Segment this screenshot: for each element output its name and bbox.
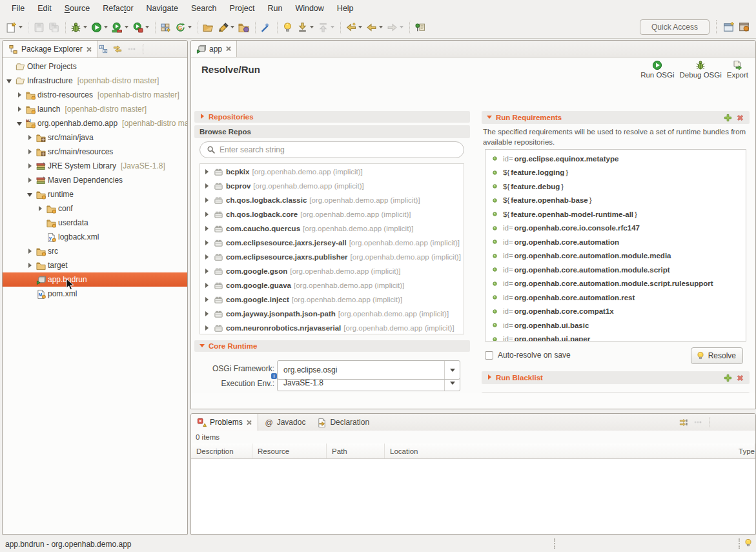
- view-toolbar-button[interactable]: [727, 417, 737, 427]
- bottom-view-tab[interactable]: Javadoc: [258, 414, 312, 431]
- dropdown-arrow-icon[interactable]: [331, 26, 334, 28]
- add-blacklist-icon[interactable]: [724, 374, 732, 382]
- close-icon[interactable]: [86, 46, 92, 52]
- twisty-icon[interactable]: [204, 168, 211, 176]
- menu-item[interactable]: Run: [261, 2, 289, 15]
- twisty-icon[interactable]: [204, 296, 211, 303]
- twisty-icon[interactable]: [37, 233, 45, 241]
- menu-item[interactable]: Help: [331, 2, 360, 15]
- requirement-item[interactable]: id= org.openhab.core.automation.module.m…: [485, 249, 746, 263]
- view-toolbar-button[interactable]: [693, 417, 703, 427]
- form-action-button[interactable]: Run OSGi: [640, 59, 675, 80]
- repo-item[interactable]: ch.qos.logback.core [org.openhab.demo.ap…: [200, 207, 464, 221]
- checkbox[interactable]: [485, 351, 493, 360]
- menu-item[interactable]: Source: [58, 2, 97, 15]
- repo-item[interactable]: bcpkix [org.openhab.demo.app (implicit)]: [200, 165, 464, 179]
- section-core-runtime[interactable]: Core Runtime: [194, 340, 470, 352]
- repo-item[interactable]: com.jayway.jsonpath.json-path [org.openh…: [200, 307, 464, 321]
- toolbar-button[interactable]: [296, 21, 315, 34]
- repo-item[interactable]: com.google.guava [org.openhab.demo.app (…: [200, 278, 464, 292]
- section-expanded-icon[interactable]: [199, 343, 206, 349]
- view-toolbar-button[interactable]: [709, 417, 723, 427]
- table-column-header[interactable]: Type: [733, 444, 755, 458]
- twisty-icon[interactable]: [204, 210, 211, 218]
- toolbar-button[interactable]: [340, 21, 363, 34]
- dropdown-arrow-icon[interactable]: [104, 26, 108, 28]
- tree-item[interactable]: src/main/java: [3, 130, 187, 145]
- bottom-view-tab[interactable]: Problems: [191, 414, 258, 431]
- requirement-item[interactable]: id= org.openhab.core.compat1x: [485, 305, 746, 319]
- osgi-framework-combo[interactable]: org.eclipse.osgi: [277, 360, 460, 380]
- twisty-icon[interactable]: [27, 134, 34, 141]
- dropdown-arrow-icon[interactable]: [125, 26, 128, 28]
- requirement-item[interactable]: ${ feature.logging }: [485, 166, 746, 180]
- tree-item[interactable]: launch [openhab-distro master]: [3, 102, 187, 116]
- requirement-item[interactable]: ${ feature.openhab-base }: [485, 194, 746, 208]
- section-collapsed-icon[interactable]: [199, 114, 206, 120]
- section-run-requirements[interactable]: Run Requirements: [482, 111, 750, 124]
- menu-item[interactable]: File: [5, 2, 31, 15]
- view-toolbar-button[interactable]: [741, 417, 751, 427]
- dropdown-arrow-icon[interactable]: [230, 26, 234, 28]
- section-run-blacklist[interactable]: Run Blacklist: [482, 371, 750, 384]
- repo-item[interactable]: com.eclipsesource.jaxrs.jersey-all [org.…: [200, 236, 464, 250]
- twisty-icon[interactable]: [27, 276, 34, 283]
- repo-item[interactable]: com.neuronrobotics.nrjavaserial [org.ope…: [200, 321, 464, 334]
- dropdown-arrow-icon[interactable]: [19, 26, 23, 28]
- tree-item[interactable]: pom.xml: [3, 287, 187, 301]
- combo-arrow-icon[interactable]: [444, 361, 460, 379]
- twisty-icon[interactable]: [204, 281, 211, 289]
- twisty-icon[interactable]: [27, 190, 34, 198]
- tree-item[interactable]: src: [3, 244, 187, 258]
- dropdown-arrow-icon[interactable]: [379, 26, 383, 28]
- twisty-icon[interactable]: [27, 290, 34, 298]
- toolbar-button[interactable]: [385, 21, 405, 34]
- section-repositories[interactable]: Repositories: [194, 111, 470, 123]
- repo-item[interactable]: com.caucho.quercus [org.openhab.demo.app…: [200, 221, 464, 236]
- twisty-icon[interactable]: [6, 63, 14, 70]
- menu-item[interactable]: Project: [223, 2, 261, 15]
- tree-item[interactable]: JRE System Library [JavaSE-1.8]: [3, 159, 187, 173]
- tree-item[interactable]: target: [3, 258, 187, 272]
- resolve-button[interactable]: Resolve: [691, 347, 743, 364]
- toolbar-button[interactable]: [28, 21, 46, 34]
- dropdown-arrow-icon[interactable]: [358, 26, 362, 28]
- twisty-icon[interactable]: [37, 219, 45, 227]
- view-toolbar-button[interactable]: [727, 44, 737, 54]
- menu-item[interactable]: Navigate: [140, 2, 185, 15]
- tree-item[interactable]: logback.xml: [3, 230, 187, 244]
- tip-lightbulb-icon[interactable]: [744, 538, 753, 547]
- menu-item[interactable]: Window: [289, 2, 330, 15]
- toolbar-button[interactable]: [198, 21, 215, 34]
- tree-item[interactable]: Maven Dependencies: [3, 173, 187, 187]
- tree-item[interactable]: Infrastructure [openhab-distro master]: [3, 74, 187, 88]
- menu-item[interactable]: Search: [185, 2, 223, 15]
- toolbar-button[interactable]: [174, 21, 193, 34]
- twisty-icon[interactable]: [27, 247, 34, 255]
- toolbar-button[interactable]: [365, 21, 384, 34]
- status-drag-handle[interactable]: [739, 538, 741, 549]
- toolbar-button[interactable]: [316, 21, 336, 34]
- perspective-button[interactable]: [737, 20, 751, 34]
- dropdown-arrow-icon[interactable]: [400, 26, 404, 28]
- toolbar-button[interactable]: [131, 21, 150, 34]
- form-action-button[interactable]: Debug OSGi: [679, 59, 722, 80]
- dropdown-arrow-icon[interactable]: [145, 26, 149, 28]
- tree-item[interactable]: runtime: [3, 187, 187, 201]
- repo-search-input[interactable]: [220, 145, 457, 154]
- twisty-icon[interactable]: [6, 77, 14, 85]
- table-column-header[interactable]: Path: [327, 444, 385, 458]
- toolbar-button[interactable]: [90, 21, 109, 34]
- tree-item[interactable]: conf: [3, 201, 187, 216]
- package-explorer-tab[interactable]: Package Explorer: [3, 41, 98, 57]
- toolbar-button[interactable]: [47, 21, 61, 34]
- toolbar-button[interactable]: [277, 21, 294, 34]
- form-action-button[interactable]: Export: [726, 59, 749, 80]
- toolbar-button[interactable]: [110, 21, 130, 34]
- dropdown-arrow-icon[interactable]: [310, 26, 314, 28]
- section-expanded-icon[interactable]: [487, 114, 493, 121]
- menu-item[interactable]: Refactor: [96, 2, 139, 15]
- view-toolbar-button[interactable]: [127, 44, 137, 54]
- tree-item[interactable]: app.bndrun: [3, 272, 187, 287]
- table-column-header[interactable]: Description: [191, 444, 252, 458]
